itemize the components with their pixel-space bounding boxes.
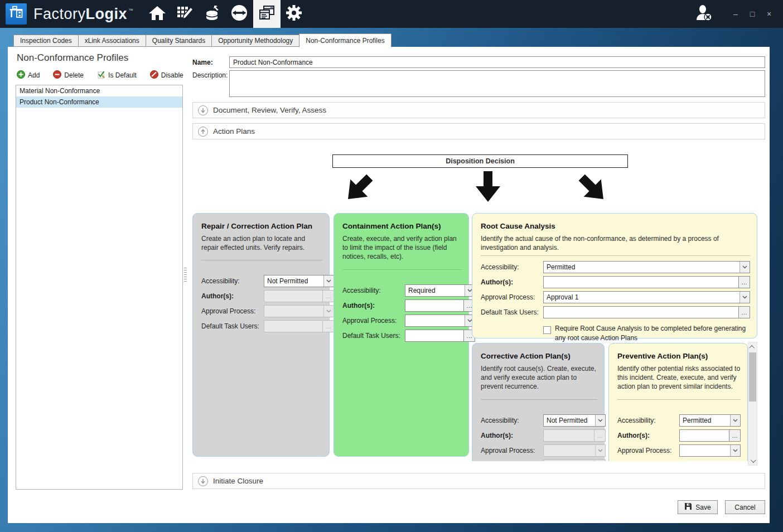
tab-opportunity-methodology[interactable]: Opportunity Methodology [211, 35, 299, 47]
nav-plan-editor[interactable] [171, 0, 199, 28]
containment-accessibility-row: Accessibility: Required [342, 284, 462, 297]
list-item-product-non-conformance[interactable]: Product Non-Conformance [16, 96, 182, 108]
preventive-accessibility-select[interactable]: Permitted [679, 414, 741, 427]
containment-default-users-input[interactable] [405, 330, 463, 342]
root-cause-panel-title: Root Cause Analysis [481, 222, 750, 230]
tab-non-conformance-profiles[interactable]: Non-Conformance Profiles [299, 33, 391, 47]
disable-label: Disable [161, 71, 183, 79]
description-input[interactable] [229, 70, 765, 97]
root-cause-approval-select[interactable]: Approval 1 [543, 291, 750, 303]
root-cause-panel-description: Identify the actual cause of the non-con… [481, 234, 750, 252]
preventive-authors-field[interactable]: … [679, 429, 741, 442]
chevron-down-icon [740, 262, 750, 273]
default-task-users-label: Default Task Users: [201, 322, 264, 330]
preventive-authors-input[interactable] [679, 429, 729, 442]
is-default-button[interactable]: Is Default [97, 70, 137, 80]
containment-accessibility-value: Required [405, 285, 465, 296]
scroll-down-icon[interactable] [748, 456, 757, 465]
authors-label: Author(s): [481, 432, 543, 439]
tab-quality-standards[interactable]: Quality Standards [146, 35, 211, 47]
root-cause-default-users-field[interactable]: … [543, 306, 750, 318]
footer-actions: Save Cancel [192, 500, 765, 514]
default-task-users-label: Default Task Users: [481, 308, 543, 316]
scroll-up-icon[interactable] [748, 342, 757, 351]
containment-approval-select[interactable] [405, 315, 475, 327]
maximize-button[interactable]: □ [745, 8, 760, 20]
nav-data-import[interactable] [199, 0, 226, 28]
section-initiate-closure[interactable]: Initiate Closure [192, 473, 765, 489]
corrective-accessibility-select[interactable]: Not Permitted [543, 414, 606, 427]
ellipsis-button[interactable]: … [738, 276, 750, 288]
data-stack-icon [203, 4, 221, 24]
brand-wordmark: FactoryLogix™ [33, 6, 134, 23]
root-cause-approval-row: Approval Process: Approval 1 [481, 291, 750, 303]
settings-tab-bar: Inspection Codes xLink Associations Qual… [8, 33, 770, 47]
scrollbar-thumb[interactable] [749, 352, 756, 402]
tab-xlink-associations[interactable]: xLink Associations [78, 35, 146, 47]
preventive-approval-select[interactable] [679, 444, 741, 457]
is-default-label: Is Default [108, 71, 137, 79]
profiles-toolbar: Add Delete Is Default Disable [17, 70, 183, 80]
divider [342, 269, 462, 270]
ellipsis-button[interactable]: … [729, 429, 741, 442]
tab-inspection-codes[interactable]: Inspection Codes [13, 35, 78, 47]
arrow-down-right-icon [573, 168, 615, 211]
save-button[interactable]: Save [678, 500, 718, 514]
cancel-button[interactable]: Cancel [725, 500, 765, 514]
name-label: Name: [192, 59, 229, 66]
divider [617, 399, 741, 400]
action-plan-panels: Repair / Correction Action Plan Create a… [192, 213, 765, 461]
disable-button[interactable]: Disable [150, 70, 183, 80]
root-cause-accessibility-row: Accessibility: Permitted [481, 261, 750, 273]
root-cause-accessibility-select[interactable]: Permitted [543, 261, 750, 273]
containment-authors-field[interactable]: … [405, 299, 475, 312]
sync-icon [230, 4, 248, 24]
root-cause-authors-input[interactable] [543, 276, 738, 288]
containment-default-users-field[interactable]: … [405, 330, 475, 342]
add-label: Add [28, 71, 40, 79]
repair-panel-title: Repair / Correction Action Plan [201, 222, 322, 230]
authors-label: Author(s): [342, 302, 405, 309]
accessibility-label: Accessibility: [201, 277, 264, 285]
page-title: Non-Conformance Profiles [17, 52, 128, 64]
description-row: Description: [192, 70, 765, 97]
nav-home[interactable] [144, 0, 171, 28]
minimize-button[interactable]: – [728, 8, 743, 20]
root-cause-authors-field[interactable]: … [543, 276, 750, 288]
repair-accessibility-value: Not Permitted [264, 275, 323, 287]
save-disk-icon [684, 502, 692, 512]
delete-button[interactable]: Delete [53, 70, 84, 80]
vertical-scrollbar[interactable] [748, 342, 757, 466]
delete-minus-icon [53, 70, 61, 80]
logout-user-button[interactable] [695, 4, 714, 23]
require-rca-label: Require Root Cause Analysis to be comple… [555, 324, 750, 342]
root-cause-default-users-input[interactable] [543, 306, 738, 318]
name-row: Name: Product Non-Conformance [192, 56, 765, 68]
ellipsis-button[interactable]: … [738, 306, 750, 318]
list-item-material-non-conformance[interactable]: Material Non-Conformance [16, 85, 182, 96]
nav-transfer[interactable] [226, 0, 253, 28]
containment-accessibility-select[interactable]: Required [405, 284, 475, 297]
require-rca-checkbox[interactable] [543, 326, 551, 334]
preventive-approval-value [680, 445, 730, 456]
corrective-default-users-field: … [543, 460, 606, 461]
name-input[interactable]: Product Non-Conformance [229, 56, 765, 68]
divider [481, 255, 750, 256]
add-button[interactable]: Add [17, 70, 40, 80]
brand-factory: Factory [33, 6, 86, 23]
approval-process-label: Approval Process: [342, 317, 405, 325]
nav-documents-active[interactable] [253, 0, 281, 28]
panel-splitter-handle[interactable] [184, 268, 187, 282]
close-button[interactable]: × [762, 8, 776, 20]
require-rca-row: Require Root Cause Analysis to be comple… [543, 324, 750, 342]
section-document-review[interactable]: Document, Review, Verify, Assess [192, 102, 765, 118]
default-check-icon [97, 70, 105, 80]
root-cause-accessibility-value: Permitted [544, 262, 740, 273]
repair-accessibility-select[interactable]: Not Permitted [264, 275, 334, 287]
profiles-list: Material Non-Conformance Product Non-Con… [16, 85, 183, 490]
corrective-authors-input [543, 429, 594, 442]
containment-authors-input[interactable] [405, 299, 463, 312]
content-area: Non-Conformance Profiles Add Delete Is D… [8, 47, 770, 523]
nav-settings[interactable] [281, 0, 308, 28]
section-action-plans[interactable]: Action Plans [192, 123, 765, 139]
